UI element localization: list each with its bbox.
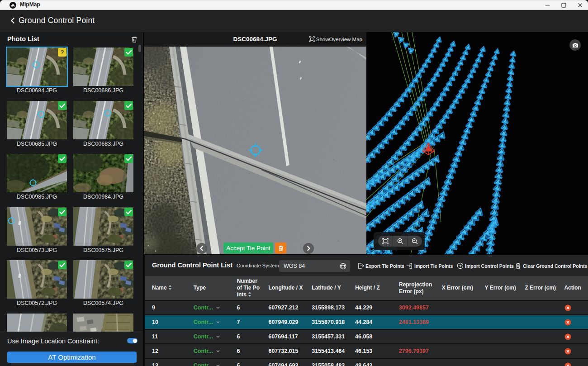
svg-text:?: ?: [61, 49, 64, 56]
